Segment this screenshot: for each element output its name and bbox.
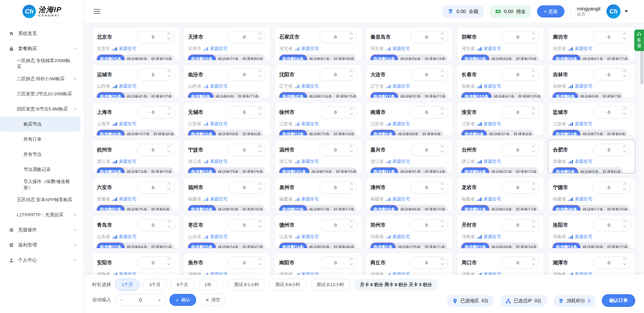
submit-order-button[interactable]: 确认订单 <box>602 294 635 307</box>
quantity-input[interactable]: 0 <box>137 257 175 269</box>
user-menu-caret-icon[interactable] <box>625 10 628 12</box>
stepper-up-icon[interactable] <box>441 258 444 262</box>
housing-type-link[interactable]: 家庭住宅 <box>484 159 501 165</box>
duration-option[interactable]: 测试卡2小时 <box>228 279 266 291</box>
sidebar-item[interactable]: 五区动态:安卓APP独享购买 <box>0 192 84 207</box>
sidebar-item[interactable]: 购买节点 <box>0 117 80 132</box>
stepper-down-icon[interactable] <box>258 111 262 115</box>
quantity-input[interactable]: 0 <box>410 181 448 194</box>
quantity-input[interactable]: 0 <box>137 219 175 231</box>
stepper-up-icon[interactable] <box>350 221 353 224</box>
stepper-down-icon[interactable] <box>350 224 353 228</box>
stepper-down-icon[interactable] <box>623 74 627 77</box>
stepper-up-icon[interactable] <box>167 108 170 111</box>
stepper-up-icon[interactable] <box>623 108 627 111</box>
stepper-down-icon[interactable] <box>350 187 353 190</box>
stepper-down-icon[interactable] <box>441 187 444 190</box>
housing-type-link[interactable]: 家庭住宅 <box>210 234 227 240</box>
stepper-up-icon[interactable] <box>441 221 444 224</box>
quantity-input[interactable]: 0 <box>137 144 175 156</box>
sidebar-item[interactable]: 节点调换记录 <box>0 162 84 177</box>
duration-option[interactable]: 3个月 <box>143 279 167 291</box>
stepper-up-icon[interactable] <box>350 108 353 111</box>
stepper-down-icon[interactable] <box>623 262 627 265</box>
stepper-up-icon[interactable] <box>258 145 262 149</box>
scrollbar-thumb[interactable] <box>640 48 643 84</box>
duration-option[interactable]: 1个月 <box>115 279 140 291</box>
quantity-input[interactable]: 0 <box>319 144 357 156</box>
sidebar-item[interactable]: 充值操作 <box>0 222 84 237</box>
quantity-input[interactable]: 0 <box>501 144 539 156</box>
stepper-down-icon[interactable] <box>167 74 170 77</box>
stepper-down-icon[interactable] <box>623 149 627 152</box>
stepper-up-icon[interactable] <box>441 145 444 149</box>
quantity-input[interactable]: 0 <box>501 106 539 119</box>
quantity-input[interactable]: 0 <box>319 69 357 81</box>
housing-type-link[interactable]: 家庭住宅 <box>301 159 319 165</box>
stepper-up-icon[interactable] <box>258 258 262 262</box>
housing-type-link[interactable]: 家庭住宅 <box>392 234 410 240</box>
stepper-up-icon[interactable] <box>532 221 535 224</box>
housing-type-link[interactable]: 家庭住宅 <box>575 234 592 240</box>
customer-service-button[interactable]: 客服 <box>634 30 644 51</box>
quantity-input[interactable]: 0 <box>319 181 357 194</box>
housing-type-link[interactable]: 家庭住宅 <box>210 196 227 202</box>
stepper-up-icon[interactable] <box>532 258 535 262</box>
stepper-down-icon[interactable] <box>532 262 535 265</box>
quantity-input[interactable]: 0 <box>137 69 175 81</box>
stepper-up-icon[interactable] <box>350 183 353 186</box>
stepper-down-icon[interactable] <box>532 111 535 115</box>
stepper-up-icon[interactable] <box>350 258 353 262</box>
quantity-input[interactable]: 0 <box>593 106 631 119</box>
stepper-down-icon[interactable] <box>623 224 627 228</box>
stepper-up-icon[interactable] <box>532 183 535 186</box>
stepper-up-icon[interactable] <box>532 145 535 149</box>
housing-type-link[interactable]: 家庭住宅 <box>119 196 137 202</box>
housing-type-link[interactable]: 家庭住宅 <box>210 271 227 275</box>
sidebar-item[interactable]: 个人中心 <box>0 253 84 268</box>
housing-type-link[interactable]: 家庭住宅 <box>392 46 410 52</box>
stepper-down-icon[interactable] <box>167 262 170 265</box>
housing-type-link[interactable]: 家庭住宅 <box>392 83 410 89</box>
housing-type-link[interactable]: 家庭住宅 <box>392 196 410 202</box>
housing-type-link[interactable]: 家庭住宅 <box>119 121 137 127</box>
sidebar-item[interactable]: 套餐购买 <box>0 41 84 56</box>
stepper-down-icon[interactable] <box>167 224 170 228</box>
quantity-input[interactable]: 0 <box>228 69 266 81</box>
quantity-input[interactable]: 0 <box>319 31 357 43</box>
housing-type-link[interactable]: 家庭住宅 <box>210 121 227 127</box>
stepper-up-icon[interactable] <box>167 258 170 262</box>
quantity-input[interactable]: 0 <box>410 144 448 156</box>
sidebar-item[interactable]: 二区静态:特价2-5M购买 <box>0 71 84 86</box>
sidebar-item[interactable]: 系统首页 <box>0 26 84 41</box>
quantity-input[interactable]: 0 <box>501 181 539 194</box>
housing-type-link[interactable]: 家庭住宅 <box>575 121 592 127</box>
quantity-input[interactable]: 0 <box>228 219 266 231</box>
sidebar-item[interactable]: 导入操作（续费/修改账密） <box>0 177 84 192</box>
quantity-input[interactable]: 0 <box>137 31 175 43</box>
stepper-down-icon[interactable] <box>258 187 262 190</box>
housing-type-link[interactable]: 家庭住宅 <box>484 83 501 89</box>
stepper-down-icon[interactable] <box>623 36 627 40</box>
stepper-down-icon[interactable] <box>441 224 444 228</box>
stepper-down-icon[interactable] <box>167 36 170 40</box>
stepper-up-icon[interactable] <box>350 70 353 74</box>
stepper-down-icon[interactable] <box>350 262 353 265</box>
stepper-up-icon[interactable] <box>441 183 444 186</box>
quantity-input[interactable]: 0 <box>593 219 631 231</box>
stepper-down-icon[interactable] <box>258 74 262 77</box>
quantity-input[interactable]: 0 <box>410 257 448 269</box>
stepper-down-icon[interactable] <box>167 187 170 190</box>
housing-type-link[interactable]: 家庭住宅 <box>301 83 319 89</box>
sidebar-item[interactable]: 返利管理 <box>0 237 84 253</box>
quantity-input[interactable]: 0 <box>593 31 631 43</box>
sidebar-item[interactable]: L2TP/PPTP：先测后买 <box>0 207 84 222</box>
stepper-up-icon[interactable] <box>258 108 262 111</box>
stepper-down-icon[interactable] <box>623 111 627 115</box>
stepper-up-icon[interactable] <box>623 183 627 186</box>
collapse-menu-icon[interactable] <box>94 8 100 15</box>
stepper-up-icon[interactable] <box>258 183 262 186</box>
main-scrollbar[interactable] <box>639 46 644 313</box>
quantity-input[interactable]: 0 <box>137 106 175 119</box>
quantity-input[interactable]: 0 <box>319 106 357 119</box>
